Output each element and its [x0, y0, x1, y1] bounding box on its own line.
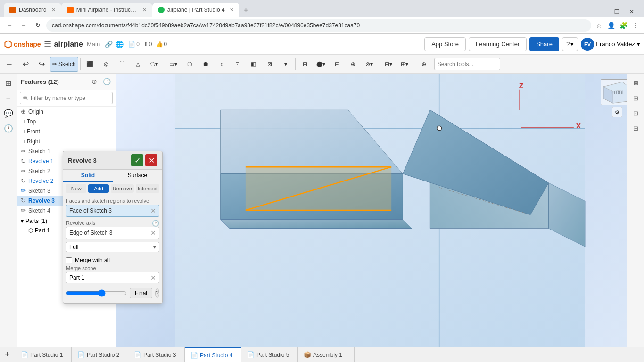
- tab-partstudio4[interactable]: airplane | Part Studio 4 ✕: [152, 3, 239, 17]
- dialog-cancel-button[interactable]: ✕: [145, 154, 157, 166]
- user-area[interactable]: FV Franco Valdez ▾: [581, 38, 640, 51]
- full-select[interactable]: Full ▾: [66, 242, 159, 252]
- tool-2[interactable]: ◎: [99, 57, 114, 72]
- add-tab-button[interactable]: +: [0, 347, 15, 362]
- tool-3[interactable]: ⌒: [115, 57, 130, 72]
- tab-close-instructables[interactable]: ✕: [142, 7, 147, 13]
- sketch-button[interactable]: ✏ Sketch: [50, 57, 78, 72]
- tool-14[interactable]: ⊞: [297, 57, 313, 72]
- tool-17[interactable]: ⊕: [346, 57, 361, 72]
- tool-21[interactable]: ⊕: [416, 57, 431, 72]
- right-panel-btn-1[interactable]: 🖥: [629, 76, 643, 90]
- tool-search: [434, 58, 642, 70]
- help-circle-icon[interactable]: ?: [155, 288, 159, 298]
- axis-close-icon[interactable]: ✕: [150, 229, 156, 237]
- feature-item-top[interactable]: □ Top: [17, 116, 116, 126]
- bookmark-icon[interactable]: ☆: [594, 21, 603, 30]
- undo-button[interactable]: ↩: [18, 57, 33, 72]
- revolve-slider[interactable]: [66, 289, 127, 297]
- tool-6[interactable]: ▭▾: [166, 57, 181, 72]
- tool-20[interactable]: ⊞▾: [397, 57, 412, 72]
- forward-button[interactable]: →: [18, 20, 29, 31]
- right-panel-btn-4[interactable]: ⊟: [629, 122, 643, 135]
- feature-item-front[interactable]: □ Front: [17, 126, 116, 136]
- merge-checkbox[interactable]: [66, 257, 72, 263]
- back-button[interactable]: ←: [4, 20, 15, 31]
- bottom-tab-assembly1[interactable]: 📦 Assembly 1: [298, 347, 355, 362]
- bottom-tab-partstudio3[interactable]: 📄 Part Studio 3: [128, 347, 185, 362]
- add-feature-icon[interactable]: +: [2, 91, 15, 105]
- view-settings-btn[interactable]: ⚙: [612, 107, 622, 117]
- profile-icon[interactable]: 👤: [606, 21, 616, 30]
- subtab-intersect[interactable]: Intersect: [136, 184, 159, 193]
- features-icon[interactable]: ⊞: [2, 76, 15, 90]
- tool-5[interactable]: ⬠▾: [147, 57, 162, 72]
- comment-icon[interactable]: 💬: [2, 107, 15, 120]
- redo-button[interactable]: ↪: [34, 57, 49, 72]
- tool-8[interactable]: ⬢: [198, 57, 213, 72]
- tool-9[interactable]: ↕: [214, 57, 229, 72]
- right-panel-btn-2[interactable]: ⊞: [629, 91, 643, 105]
- merge-scope-input[interactable]: Part 1 ✕: [66, 272, 159, 283]
- bottom-tab-partstudio1[interactable]: 📄 Part Studio 1: [15, 347, 72, 362]
- dialog-subtabs: New Add Remove Intersect: [63, 182, 162, 195]
- app-store-button[interactable]: App Store: [424, 37, 466, 51]
- history-icon[interactable]: 🕐: [2, 122, 15, 135]
- link-icon[interactable]: 🔗: [105, 41, 113, 48]
- tool-11[interactable]: ◧: [246, 57, 261, 72]
- tab-solid[interactable]: Solid: [63, 170, 113, 182]
- tool-16[interactable]: ⊟: [330, 57, 345, 72]
- hamburger-menu[interactable]: ☰: [44, 39, 51, 49]
- tool-15[interactable]: ⬤▾: [314, 57, 329, 72]
- url-input[interactable]: [46, 19, 591, 32]
- feature-item-right[interactable]: □ Right: [17, 136, 116, 146]
- tool-19[interactable]: ⊟▾: [381, 57, 396, 72]
- tab-surface[interactable]: Surface: [113, 170, 162, 182]
- dialog-header: Revolve 3 ✓ ✕: [63, 151, 162, 170]
- axis-history-icon[interactable]: 🕐: [152, 220, 159, 227]
- tab-dashboard[interactable]: Dashboard ✕: [4, 3, 61, 17]
- settings-icon[interactable]: ⋮: [631, 21, 640, 30]
- extensions-icon[interactable]: 🧩: [619, 21, 628, 30]
- history-btn[interactable]: 🕐: [101, 76, 112, 87]
- tab-close-partstudio4[interactable]: ✕: [230, 7, 234, 13]
- tool-12[interactable]: ⊠: [262, 57, 277, 72]
- share-button[interactable]: Share: [529, 37, 559, 51]
- tool-4[interactable]: △: [131, 57, 146, 72]
- right-panel-btn-3[interactable]: ⊡: [629, 107, 643, 120]
- bottom-tab-partstudio4[interactable]: 📄 Part Studio 4: [185, 347, 241, 362]
- maximize-button[interactable]: ❐: [610, 7, 623, 17]
- face-close-icon[interactable]: ✕: [150, 207, 156, 214]
- onshape-logo[interactable]: ⬡ onshape: [4, 39, 41, 50]
- add-feature-btn[interactable]: ⊕: [89, 76, 99, 87]
- canvas-area[interactable]: Z X Front ⚙: [116, 74, 644, 347]
- globe-icon[interactable]: 🌐: [116, 41, 124, 48]
- tool-7[interactable]: ⬡: [182, 57, 197, 72]
- tool-13[interactable]: ▾: [278, 57, 293, 72]
- feature-item-origin[interactable]: ⊕ Origin: [17, 107, 116, 116]
- subtab-add[interactable]: Add: [88, 184, 108, 193]
- merge-scope-close-icon[interactable]: ✕: [150, 274, 156, 281]
- filter-input[interactable]: [20, 92, 113, 104]
- final-button[interactable]: Final: [130, 288, 152, 298]
- tab-instructables[interactable]: Mini Airplane - Instructables ✕: [61, 3, 152, 17]
- new-tab-button[interactable]: +: [239, 4, 253, 17]
- bottom-tab-partstudio2[interactable]: 📄 Part Studio 2: [72, 347, 128, 362]
- tab-close-dashboard[interactable]: ✕: [51, 7, 56, 13]
- tool-1[interactable]: ⬛: [83, 57, 98, 72]
- close-button[interactable]: ✕: [625, 7, 638, 17]
- axis-input[interactable]: Edge of Sketch 3 ✕: [66, 227, 159, 239]
- undo-nav-button[interactable]: ←: [2, 57, 17, 72]
- help-button[interactable]: ? ▾: [562, 37, 578, 51]
- minimize-button[interactable]: —: [595, 7, 608, 17]
- dialog-ok-button[interactable]: ✓: [131, 154, 143, 166]
- subtab-remove[interactable]: Remove: [111, 184, 134, 193]
- search-input[interactable]: [434, 58, 500, 70]
- reload-button[interactable]: ↻: [32, 20, 43, 31]
- learning-center-button[interactable]: Learning Center: [469, 37, 527, 51]
- tool-10[interactable]: ⊡: [230, 57, 245, 72]
- tool-18[interactable]: ⊗▾: [362, 57, 377, 72]
- subtab-new[interactable]: New: [66, 184, 86, 193]
- bottom-tab-partstudio5[interactable]: 📄 Part Studio 5: [241, 347, 298, 362]
- faces-input[interactable]: Face of Sketch 3 ✕: [66, 205, 159, 217]
